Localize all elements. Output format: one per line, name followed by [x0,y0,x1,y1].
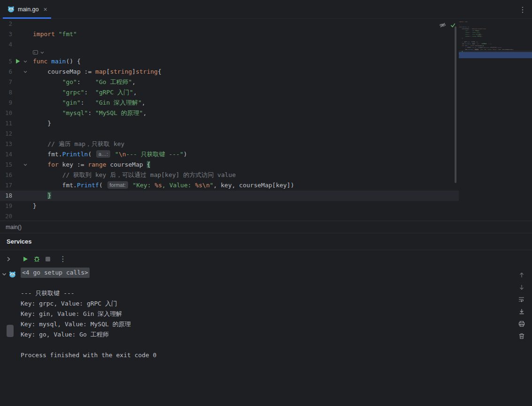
code-line[interactable]: 7 "go": "Go 工程师", [0,77,459,87]
line-number[interactable]: 7 [0,77,12,87]
line-number[interactable]: 12 [0,129,12,139]
console-line[interactable]: Key: gin, Value: Gin 深入理解 [0,309,532,319]
code-line[interactable]: 14 fmt.Println( a…: "\n--- 只获取键 ---") [0,149,459,160]
code-text[interactable]: // 获取到 key 后，可以通过 map[key] 的方式访问 value [33,170,459,180]
editor-gutter[interactable]: 4 [0,39,33,50]
debug-button[interactable] [31,253,42,265]
code-text[interactable]: fmt.Printf( format: "Key: %s, Value: %s\… [33,180,459,191]
editor-gutter[interactable]: 16 [0,170,33,180]
line-number[interactable]: 20 [0,211,12,221]
code-text[interactable] [33,211,459,221]
stop-button[interactable] [42,253,53,265]
fold-chevron-icon[interactable] [23,59,28,64]
editor-gutter[interactable]: 5 [0,56,33,67]
code-text[interactable]: } [33,201,459,211]
console-line[interactable]: Key: go, Value: Go 工程师 [0,329,532,340]
run-button[interactable] [20,253,31,265]
line-number[interactable]: 3 [0,29,12,39]
console-line[interactable]: --- 只获取键 --- [0,288,532,299]
console-line[interactable]: Key: grpc, Value: gRPC 入门 [0,299,532,309]
line-number[interactable]: 9 [0,98,12,108]
soft-wrap-icon[interactable] [518,296,525,303]
code-line[interactable]: 17 fmt.Printf( format: "Key: %s, Value: … [0,180,459,191]
code-editor[interactable]: 23import "fmt"45func main() {6 courseMap… [0,19,459,221]
editor-gutter[interactable]: 18 [0,191,33,201]
code-line[interactable]: 15 for key := range courseMap { [0,160,459,170]
toolbar-options-icon[interactable]: ⋮ [57,253,68,265]
line-number[interactable]: 16 [0,170,12,180]
editor-gutter[interactable]: 15 [0,160,33,170]
code-text[interactable] [33,19,459,29]
editor-scrollbar[interactable] [455,26,456,183]
code-vision-icon[interactable] [33,49,38,56]
line-number[interactable]: 14 [0,149,12,160]
editor-gutter[interactable]: 3 [0,29,33,39]
line-number[interactable]: 5 [0,56,12,67]
tabbar-options-icon[interactable]: ⋮ [519,0,526,19]
console-line[interactable]: Process finished with the exit code 0 [0,350,532,360]
code-line[interactable]: 18 } [0,191,459,201]
code-line[interactable]: 10 "mysql": "MySQL 的原理", [0,108,459,118]
code-text[interactable]: for key := range courseMap { [33,160,459,170]
editor-gutter[interactable]: 7 [0,77,33,87]
breadcrumb-main[interactable]: main() [6,224,22,230]
code-vision-row[interactable] [0,50,459,56]
code-text[interactable]: fmt.Println( a…: "\n--- 只获取键 ---") [33,149,459,160]
line-number[interactable]: 15 [0,160,12,170]
code-text[interactable] [33,129,459,139]
run-console[interactable]: <4 go setup calls>--- 只获取键 ---Key: grpc,… [0,268,532,406]
line-number[interactable]: 4 [0,39,12,50]
editor-gutter[interactable]: 10 [0,108,33,118]
code-line[interactable]: 16 // 获取到 key 后，可以通过 map[key] 的方式访问 valu… [0,170,459,180]
editor-gutter[interactable]: 13 [0,139,33,149]
arrow-up-icon[interactable] [518,271,525,279]
code-line[interactable]: 13 // 遍历 map，只获取 key [0,139,459,149]
editor-gutter[interactable] [0,50,33,56]
tree-scrollbar-thumb[interactable] [7,325,14,337]
tab-close-icon[interactable]: × [43,6,47,13]
fold-chevron-icon[interactable] [23,162,28,167]
editor-gutter[interactable]: 19 [0,201,33,211]
editor-gutter[interactable]: 2 [0,19,33,29]
editor-gutter[interactable]: 6 [0,67,33,77]
console-line[interactable]: Key: mysql, Value: MySQL 的原理 [0,319,532,329]
code-line[interactable]: 20 [0,211,459,221]
chevron-down-icon[interactable] [40,49,45,56]
console-fold-region[interactable]: <4 go setup calls> [21,268,90,278]
code-text[interactable]: "gin": "Gin 深入理解", [33,98,459,108]
line-number[interactable]: 18 [0,191,12,201]
code-text[interactable] [33,50,459,56]
line-number[interactable]: 6 [0,67,12,77]
console-line[interactable] [0,340,532,350]
code-line[interactable]: 2 [0,19,459,29]
code-line[interactable]: 11 } [0,118,459,129]
editor-gutter[interactable]: 14 [0,149,33,160]
code-text[interactable]: } [33,191,459,201]
code-text[interactable]: "grpc": "gRPC 入门", [33,87,459,98]
trash-icon[interactable] [518,332,525,340]
editor-gutter[interactable]: 20 [0,211,33,221]
code-text[interactable]: "mysql": "MySQL 的原理", [33,108,459,118]
fold-chevron-icon[interactable] [23,69,28,74]
code-line[interactable]: 5func main() { [0,56,459,67]
console-output[interactable]: <4 go setup calls>--- 只获取键 ---Key: grpc,… [0,268,532,360]
console-line[interactable] [0,278,532,288]
scroll-to-end-icon[interactable] [518,308,525,315]
editor-gutter[interactable]: 17 [0,180,33,191]
console-line[interactable]: <4 go setup calls> [0,268,532,278]
line-number[interactable]: 19 [0,201,12,211]
code-line[interactable]: 9 "gin": "Gin 深入理解", [0,98,459,108]
line-number[interactable]: 10 [0,108,12,118]
minimap-viewport[interactable] [459,52,532,58]
tab-main-go[interactable]: main.go × [0,0,53,19]
code-text[interactable]: func main() { [33,56,459,67]
editor-gutter[interactable]: 9 [0,98,33,108]
run-main-icon[interactable] [15,59,20,64]
collapse-chevron-icon[interactable] [3,253,14,265]
code-line[interactable]: 6 courseMap := map[string]string{ [0,67,459,77]
editor-gutter[interactable]: 11 [0,118,33,129]
code-line[interactable]: 3import "fmt" [0,29,459,39]
code-text[interactable] [33,39,459,50]
code-text[interactable]: courseMap := map[string]string{ [33,67,459,77]
highlighting-eye-icon[interactable] [439,22,446,29]
